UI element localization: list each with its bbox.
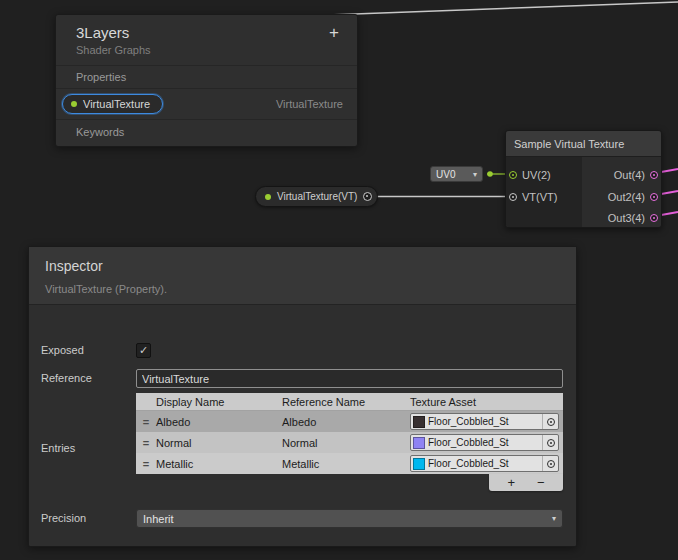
texture-swatch [413,458,425,470]
reference-name-header: Reference Name [282,396,410,408]
property-pill-virtualtexture[interactable]: VirtualTexture [62,94,163,114]
precision-label: Precision [41,512,86,524]
object-picker-button[interactable] [542,414,558,429]
property-row[interactable]: VirtualTexture VirtualTexture [56,89,357,120]
object-picker-button[interactable] [542,456,558,471]
texture-asset-name: Floor_Cobbled_St [428,416,542,427]
uv-channel-dropdown[interactable]: UV0 ▾ [430,166,483,182]
keywords-section-label: Keywords [56,120,357,146]
entries-table-header: Display Name Reference Name Texture Asse… [136,393,563,411]
virtualtexture-property-node[interactable]: VirtualTexture(VT) [255,186,378,207]
display-name-cell[interactable]: Albedo [156,416,282,428]
out-port-icon[interactable] [650,171,658,179]
reference-name-cell[interactable]: Albedo [282,416,410,428]
texture-asset-cell: Floor_Cobbled_St [410,434,563,451]
property-color-dot-icon [265,194,271,200]
texture-swatch [413,437,425,449]
texture-swatch [413,416,425,428]
port-label: VT(VT) [522,191,557,203]
properties-section-label: Properties [56,66,357,89]
out3-port-icon[interactable] [650,214,658,222]
texture-asset-header: Texture Asset [410,396,563,408]
texture-asset-name: Floor_Cobbled_St [428,437,542,448]
entries-list-footer: + − [489,474,563,491]
add-property-button[interactable]: + [327,24,341,41]
remove-entry-button[interactable]: − [534,476,548,489]
drag-handle-icon[interactable]: = [136,416,156,428]
uv-port-icon[interactable] [509,171,517,179]
reference-name-cell[interactable]: Normal [282,437,410,449]
inspector-panel[interactable]: Inspector VirtualTexture (Property). Exp… [28,246,577,547]
drag-handle-icon[interactable]: = [136,437,156,449]
out2-port-icon[interactable] [650,193,658,201]
add-entry-button[interactable]: + [504,476,518,489]
property-color-dot-icon [71,101,77,107]
vt-port-icon[interactable] [509,193,517,201]
display-name-header: Display Name [156,396,282,408]
reference-label: Reference [41,372,92,384]
port-label: UV(2) [522,169,551,181]
uv-dropdown-value: UV0 [436,169,455,180]
property-node-label: VirtualTexture(VT) [277,191,357,202]
entries-label: Entries [41,442,75,454]
inspector-title: Inspector [45,258,560,274]
property-type-label: VirtualTexture [276,98,343,110]
entries-row-albedo[interactable]: = Albedo Albedo Floor_Cobbled_St [136,411,563,432]
display-name-cell[interactable]: Normal [156,437,282,449]
object-picker-icon [547,418,555,426]
entries-table: Display Name Reference Name Texture Asse… [136,393,563,491]
chevron-down-icon: ▾ [473,170,477,179]
port-label: Out(4) [614,169,645,181]
edge-endpoint-dot [487,171,493,177]
texture-object-field[interactable]: Floor_Cobbled_St [410,413,559,430]
sample-virtual-texture-node[interactable]: Sample Virtual Texture UV(2) VT(VT) Out(… [505,130,662,228]
reference-name-cell[interactable]: Metallic [282,458,410,470]
blackboard-header: 3Layers + [56,15,357,41]
entries-row-metallic[interactable]: = Metallic Metallic Floor_Cobbled_St [136,453,563,474]
inspector-subtitle: VirtualTexture (Property). [45,283,560,295]
precision-dropdown[interactable]: Inherit ▾ [136,509,563,528]
property-pill-label: VirtualTexture [83,98,150,110]
drag-handle-icon[interactable]: = [136,458,156,470]
check-icon: ✓ [139,344,148,357]
output-port-icon[interactable] [363,192,372,201]
object-picker-icon [547,439,555,447]
exposed-checkbox[interactable]: ✓ [136,343,151,358]
blackboard-subtitle: Shader Graphs [56,41,357,66]
node-title[interactable]: Sample Virtual Texture [506,131,661,157]
precision-value: Inherit [143,513,174,525]
node-input-vt: VT(VT) [509,189,557,205]
entries-row-normal[interactable]: = Normal Normal Floor_Cobbled_St [136,432,563,453]
display-name-cell[interactable]: Metallic [156,458,282,470]
node-body: UV(2) VT(VT) Out(4) Out2(4) Out3(4) [506,157,661,227]
port-label: Out2(4) [608,191,645,203]
reference-input[interactable] [136,369,563,388]
node-output-out3: Out3(4) [608,210,658,226]
texture-object-field[interactable]: Floor_Cobbled_St [410,434,559,451]
node-input-uv: UV(2) [509,167,551,183]
texture-asset-name: Floor_Cobbled_St [428,458,542,469]
texture-asset-cell: Floor_Cobbled_St [410,455,563,472]
port-label: Out3(4) [608,212,645,224]
node-output-out: Out(4) [614,167,658,183]
inspector-header: Inspector VirtualTexture (Property). [29,247,576,305]
shader-graph-canvas[interactable]: 3Layers + Shader Graphs Properties Virtu… [0,0,678,560]
node-output-out2: Out2(4) [608,189,658,205]
texture-asset-cell: Floor_Cobbled_St [410,413,563,430]
texture-object-field[interactable]: Floor_Cobbled_St [410,455,559,472]
blackboard-panel[interactable]: 3Layers + Shader Graphs Properties Virtu… [55,14,358,147]
object-picker-button[interactable] [542,435,558,450]
exposed-label: Exposed [41,344,84,356]
chevron-down-icon: ▾ [552,514,556,523]
object-picker-icon [547,460,555,468]
blackboard-title: 3Layers [76,24,327,41]
